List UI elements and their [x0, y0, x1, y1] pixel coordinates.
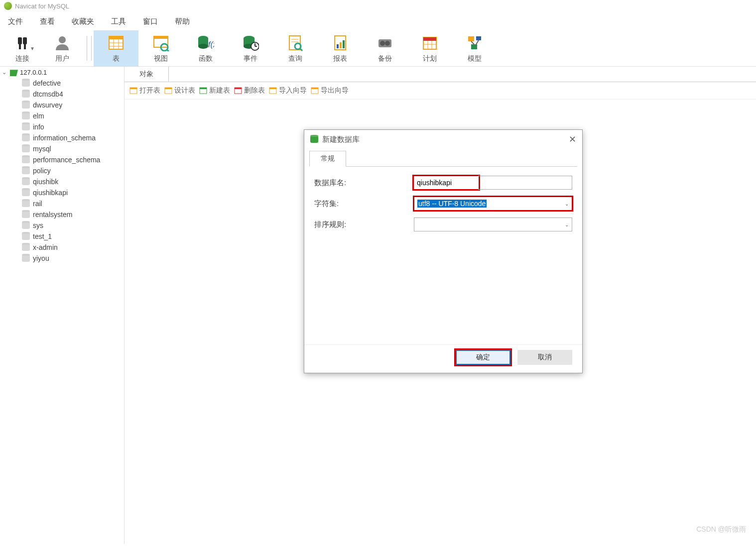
database-label: defective: [33, 79, 61, 87]
database-item[interactable]: information_schema: [0, 132, 124, 143]
title-bar: Navicat for MySQL: [0, 0, 756, 12]
subbar-item-5[interactable]: 导出向导: [311, 86, 349, 95]
database-label: rail: [33, 200, 42, 208]
database-item[interactable]: performance_schema: [0, 154, 124, 165]
svg-rect-0: [18, 37, 22, 44]
ok-button[interactable]: 确定: [456, 350, 510, 365]
query-icon: [287, 34, 304, 51]
database-item[interactable]: dwsurvey: [0, 100, 124, 110]
database-item[interactable]: test_1: [0, 231, 124, 242]
toolbar-event[interactable]: 事件: [228, 30, 273, 66]
menu-0[interactable]: 文件: [8, 17, 23, 26]
toolbar-report[interactable]: 报表: [318, 30, 363, 66]
toolbar-label: 计划: [423, 54, 437, 63]
svg-text:f(x): f(x): [208, 40, 214, 49]
database-item[interactable]: policy: [0, 165, 124, 176]
cancel-button[interactable]: 取消: [517, 350, 572, 365]
svg-rect-1: [23, 37, 27, 44]
database-item[interactable]: sys: [0, 220, 124, 231]
tab-general[interactable]: 常规: [309, 151, 346, 167]
action-icon: [199, 87, 207, 95]
toolbar-view[interactable]: 视图: [138, 30, 183, 66]
toolbar-query[interactable]: 查询: [273, 30, 318, 66]
toolbar-label: 用户: [55, 54, 69, 63]
database-icon: [22, 145, 30, 152]
connection-dropdown-icon[interactable]: ▼: [30, 46, 35, 51]
database-icon: [22, 91, 30, 98]
database-item[interactable]: yiyou: [0, 253, 124, 264]
server-label: 127.0.0.1: [20, 69, 47, 76]
db-name-label: 数据库名:: [314, 178, 414, 188]
database-icon: [22, 222, 30, 229]
database-label: x-admin: [33, 243, 58, 251]
toolbar-model[interactable]: 模型: [452, 30, 497, 66]
server-icon: [10, 68, 18, 76]
collation-select[interactable]: ⌄: [414, 218, 572, 231]
svg-rect-52: [200, 88, 207, 89]
svg-rect-58: [311, 88, 318, 89]
action-icon: [234, 87, 242, 95]
app-icon: [4, 2, 12, 10]
svg-rect-12: [154, 36, 168, 39]
menu-1[interactable]: 查看: [40, 17, 55, 26]
database-item[interactable]: qiushibkapi: [0, 187, 124, 198]
database-label: elm: [33, 112, 44, 120]
svg-line-46: [476, 40, 479, 44]
svg-rect-38: [423, 37, 436, 41]
toolbar-label: 模型: [468, 54, 482, 63]
database-label: sys: [33, 221, 43, 229]
subbar-item-1[interactable]: 设计表: [164, 86, 195, 95]
menu-4[interactable]: 窗口: [143, 17, 158, 26]
tab-objects[interactable]: 对象: [125, 67, 169, 82]
subbar-item-0[interactable]: 打开表: [129, 86, 160, 95]
database-label: qiushibkapi: [33, 189, 68, 197]
database-icon: [22, 200, 30, 207]
database-icon: [22, 211, 30, 218]
svg-line-14: [167, 50, 169, 51]
toolbar-label: 查询: [288, 54, 302, 63]
database-item[interactable]: x-admin: [0, 242, 124, 253]
database-item[interactable]: dtcmsdb4: [0, 89, 124, 100]
server-node[interactable]: ⌄ 127.0.0.1: [0, 67, 124, 78]
subbar-item-2[interactable]: 新建表: [199, 86, 230, 95]
action-icon: [269, 87, 277, 95]
toolbar-function[interactable]: f(x)函数: [183, 30, 228, 66]
menu-2[interactable]: 收藏夹: [72, 17, 94, 26]
toolbar-label: 视图: [154, 54, 168, 63]
database-icon: [22, 102, 30, 109]
database-item[interactable]: mysql: [0, 143, 124, 154]
database-icon: [22, 156, 30, 163]
model-icon: [466, 34, 483, 51]
database-item[interactable]: rentalsystem: [0, 209, 124, 220]
database-item[interactable]: info: [0, 121, 124, 132]
close-icon[interactable]: ✕: [569, 134, 576, 145]
toolbar-table[interactable]: 表: [94, 30, 138, 66]
database-label: dwsurvey: [33, 101, 62, 109]
db-name-input[interactable]: [414, 176, 479, 189]
toolbar-schedule[interactable]: 计划: [407, 30, 452, 66]
database-icon: [22, 255, 30, 262]
database-label: performance_schema: [33, 156, 100, 164]
database-icon: [22, 123, 30, 130]
database-item[interactable]: qiushibk: [0, 176, 124, 187]
menu-5[interactable]: 帮助: [175, 17, 190, 26]
subbar-item-4[interactable]: 导入向导: [269, 86, 307, 95]
svg-rect-31: [337, 44, 339, 48]
database-icon: [22, 167, 30, 174]
database-item[interactable]: elm: [0, 110, 124, 121]
report-icon: [332, 34, 349, 51]
svg-rect-43: [476, 36, 481, 40]
toolbar-plug[interactable]: 连接: [0, 30, 45, 66]
subbar-item-3[interactable]: 删除表: [234, 86, 265, 95]
function-icon: f(x): [197, 34, 214, 51]
toolbar-user[interactable]: 用户: [40, 30, 85, 66]
menu-3[interactable]: 工具: [111, 17, 126, 26]
toolbar-backup[interactable]: 备份: [363, 30, 407, 66]
svg-rect-42: [468, 36, 474, 41]
database-icon: [22, 80, 30, 87]
dialog-title-bar: 新建数据库 ✕: [304, 130, 582, 149]
charset-select[interactable]: utf8 -- UTF-8 Unicode ⌄: [414, 197, 572, 211]
database-item[interactable]: rail: [0, 198, 124, 209]
database-item[interactable]: defective: [0, 78, 124, 89]
chevron-down-icon[interactable]: ⌄: [2, 69, 8, 76]
